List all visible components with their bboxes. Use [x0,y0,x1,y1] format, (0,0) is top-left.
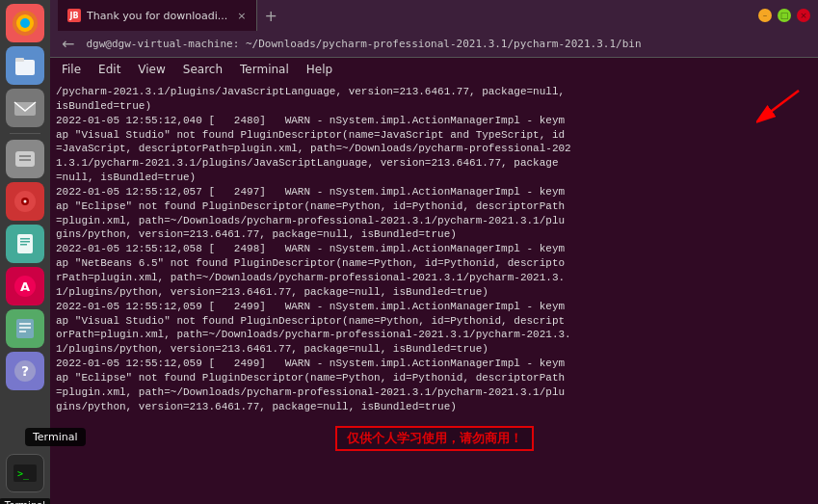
menu-search[interactable]: Search [175,61,230,78]
taskbar-icon-terminal[interactable]: >_ Terminal [6,454,44,492]
terminal-line: ap "Visual Studio" not found PluginDescr… [56,314,812,329]
taskbar-icon-docs[interactable] [6,225,44,263]
terminal-line: 2022-01-05 12:55:12,059 [ 2499] WARN - n… [56,357,812,371]
terminal-line: gins/python, version=213.6461.77, packag… [56,227,812,242]
terminal-line: ap "Eclipse" not found PluginDescriptor(… [56,199,812,214]
taskbar-icon-firefox[interactable] [6,4,44,42]
terminal-line: /pycharm-2021.3.1/plugins/JavaScriptLang… [56,85,812,99]
terminal-line: =plugin.xml, path=~/Downloads/pycharm-pr… [56,385,812,400]
tab-close-button[interactable]: × [237,10,246,22]
terminal-line: ap "Visual Studio" not found PluginDescr… [56,128,812,143]
tab-bar: JB Thank you for downloadi... × + [58,0,751,31]
menu-edit[interactable]: Edit [91,61,128,78]
window-controls: – □ × [758,9,810,22]
svg-text:A: A [20,279,30,294]
taskbar-bottom: >_ Terminal [6,454,44,500]
svg-rect-8 [19,159,31,161]
path-label: dgw@dgw-virtual-machine: ~/Downloads/pyc… [86,38,641,50]
terminal-line: 2022-01-05 12:55:12,057 [ 2497] WARN - n… [56,185,812,199]
svg-rect-15 [20,244,27,246]
terminal-line: orPath=plugin.xml, path=~/Downloads/pych… [56,328,812,342]
new-tab-button[interactable]: + [257,7,285,25]
terminal-body[interactable]: /pycharm-2021.3.1/plugins/JavaScriptLang… [50,81,818,504]
nav-bar: ← dgw@dgw-virtual-machine: ~/Downloads/p… [50,31,818,58]
terminal-line: =plugin.xml, path=~/Downloads/pycharm-pr… [56,214,812,228]
minimize-button[interactable]: – [758,9,772,22]
svg-point-2 [20,18,30,28]
terminal-line: 2022-01-05 12:55:12,059 [ 2499] WARN - n… [56,300,812,314]
taskbar-icon-files[interactable] [6,46,44,85]
tab-jb-icon: JB [67,9,81,22]
menu-bar: File Edit View Search Terminal Help [50,58,818,81]
terminal-window: JB Thank you for downloadi... × + – □ × … [50,0,818,504]
back-button[interactable]: ← [56,33,80,55]
menu-terminal[interactable]: Terminal [232,61,297,78]
menu-help[interactable]: Help [299,61,340,78]
taskbar-icon-store[interactable]: A [6,267,44,305]
taskbar-icon-help[interactable]: ? [6,352,44,390]
svg-rect-18 [16,319,34,338]
terminal-line: =null, isBundled=true) [56,171,812,185]
svg-rect-14 [20,241,30,243]
terminal-taskbar-tooltip: Terminal [25,428,86,446]
watermark: 仅供个人学习使用，请勿商用！ [335,426,534,451]
terminal-line: 1.3.1/pycharm-2021.3.1/plugins/JavaScrip… [56,156,812,171]
svg-rect-7 [19,155,31,157]
terminal-line: =JavaScript, descriptorPath=plugin.xml, … [56,142,812,156]
terminal-line: ap "Eclipse" not found PluginDescriptor(… [56,371,812,385]
svg-rect-13 [20,238,30,240]
maximize-button[interactable]: □ [778,9,791,22]
terminal-line: rPath=plugin.xml, path=~/Downloads/pycha… [56,271,812,285]
svg-rect-4 [15,58,24,62]
taskbar-icon-disk[interactable] [6,140,44,178]
terminal-line: 1/plugins/python, version=213.6461.77, p… [56,342,812,357]
tab-label: Thank you for downloadi... [87,10,227,22]
tab-active[interactable]: JB Thank you for downloadi... × [58,0,257,31]
taskbar-icon-texteditor[interactable] [6,309,44,348]
terminal-line: gins/python, version=213.6461.77, packag… [56,400,812,414]
terminal-line: ap "NetBeans 6.5" not found PluginDescri… [56,256,812,271]
taskbar-icon-music[interactable] [6,182,44,221]
svg-text:?: ? [21,363,29,379]
terminal-line: 1/plugins/python, version=213.6461.77, p… [56,285,812,300]
taskbar-icon-mail[interactable] [6,89,44,127]
svg-point-11 [24,200,27,203]
svg-rect-3 [15,60,35,75]
terminal-line: 2022-01-05 12:55:12,040 [ 2480] WARN - n… [56,114,812,128]
taskbar-separator-1 [10,133,40,134]
menu-file[interactable]: File [54,61,89,78]
terminal-tooltip: Terminal [0,498,51,504]
terminal-line: 2022-01-05 12:55:12,058 [ 2498] WARN - n… [56,242,812,256]
terminal-line: isBundled=true) [56,99,812,114]
menu-view[interactable]: View [130,61,172,78]
close-button[interactable]: × [797,9,810,22]
svg-text:>_: >_ [17,468,30,480]
title-bar: JB Thank you for downloadi... × + – □ × [50,0,818,31]
